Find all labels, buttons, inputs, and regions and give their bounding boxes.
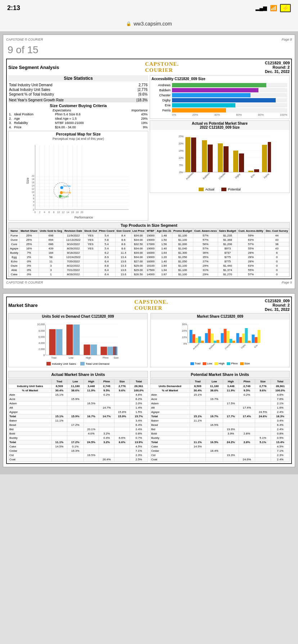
- svg-text:Baldwin: Baldwin: [209, 343, 216, 350]
- footer-left: CAPSTONE ® COURIER: [6, 281, 43, 284]
- url-bar[interactable]: 🔒 ww3.capsim.com: [0, 16, 298, 32]
- svg-text:Performance: Performance: [74, 216, 93, 219]
- units-chart-title: Units Sold vs Demand Chart C121820_009: [9, 313, 147, 319]
- col-survey: Dec. Cust Survey: [265, 229, 289, 234]
- table-row: % of Market30.4%38.6%11.9%9.5%9.6%100.0%: [150, 388, 290, 393]
- svg-rect-143: [248, 341, 251, 343]
- svg-rect-100: [67, 325, 73, 355]
- ms-segment-chart: Market Share C121820_009 30% 20% 10% 0%: [150, 313, 290, 367]
- lock-icon: 🔒: [126, 21, 131, 26]
- units-legend: Industry Unit Sales Total Unit Demand: [10, 362, 146, 365]
- perceptual-map-svg: Size Performance 0: [9, 141, 148, 220]
- svg-rect-125: [201, 341, 204, 343]
- ms-report-title: Market Share: [8, 303, 38, 308]
- url-display: 🔒 ww3.capsim.com: [126, 21, 172, 27]
- svg-text:8: 8: [33, 194, 35, 197]
- right-column: Accessibility C121820_009 Size Andrews: [150, 75, 290, 221]
- svg-text:0%: 0%: [183, 342, 187, 345]
- svg-text:20: 20: [81, 211, 83, 213]
- col-name: Name: [9, 229, 20, 234]
- svg-text:10,000: 10,000: [37, 323, 45, 326]
- bar-ferris: Ferris: [152, 108, 287, 112]
- svg-text:25%: 25%: [179, 135, 184, 138]
- charts-row: Units Sold vs Demand Chart C121820_009 1…: [8, 313, 290, 367]
- svg-text:Erie: Erie: [250, 173, 255, 178]
- svg-rect-135: [227, 331, 230, 343]
- table-row: Units Demanded8,50911,1803,4482,7492,776…: [150, 384, 290, 388]
- svg-rect-131: [217, 340, 220, 343]
- criteria-2: 2. Age Ideal Age = 1.5 29%: [8, 116, 148, 121]
- col-size: Size Coord: [116, 229, 132, 234]
- footer-right: Page 9: [281, 281, 292, 284]
- table-row: Cake14.5%0.1%4.5%: [9, 445, 148, 449]
- table-row: Aft14.7%1.4%: [9, 406, 148, 410]
- svg-rect-130: [214, 341, 217, 343]
- svg-rect-81: [262, 145, 267, 172]
- units-chart-svg: 10,000 8,000 6,000 4,000 2,000 0: [10, 321, 146, 360]
- svg-text:30%: 30%: [182, 323, 187, 326]
- bar-chester: Chester: [152, 93, 287, 97]
- svg-rect-97: [49, 329, 56, 355]
- svg-rect-76: [239, 153, 244, 172]
- svg-rect-67: [191, 138, 196, 172]
- criteria-1: 1. Ideal Position Pfmn 5.4 Size 8.6 43%: [8, 112, 148, 116]
- table-row: Baker11.1%3.4%: [150, 419, 290, 423]
- svg-rect-129: [211, 334, 214, 343]
- report-title: Size Segment Analysis: [8, 65, 59, 70]
- svg-rect-146: [255, 337, 258, 343]
- bar-baldwin: Baldwin: [152, 88, 287, 92]
- svg-text:6: 6: [33, 197, 35, 200]
- svg-rect-133: [221, 333, 224, 343]
- svg-text:Ferris: Ferris: [263, 172, 270, 179]
- svg-rect-140: [239, 337, 242, 343]
- col-stock: Stock Out: [83, 229, 98, 234]
- potential-ms-title: Potential Market Share in Units: [150, 371, 290, 378]
- legend-demand: Total Unit Demand: [80, 362, 109, 365]
- svg-text:12: 12: [32, 188, 35, 190]
- bar-chart: Andrews Baldwin: [152, 82, 288, 117]
- vs-chart-title: Actual vs Potential Market Share2022 C12…: [150, 121, 289, 130]
- svg-text:10%: 10%: [182, 336, 187, 339]
- svg-rect-72: [218, 143, 223, 172]
- svg-text:15%: 15%: [179, 150, 184, 152]
- col-promo: Promo Budget: [172, 229, 193, 234]
- table-row: Cedar19.3%7.1%: [9, 449, 148, 453]
- col-mkt-share: Market Share: [19, 229, 39, 234]
- svg-text:5%: 5%: [179, 164, 183, 166]
- svg-text:2: 2: [39, 211, 41, 213]
- svg-text:Erie: Erie: [254, 344, 258, 348]
- table-row: Fume25%69811/9/2022YES5.48.4$34.00190001…: [9, 234, 289, 238]
- bar-andrews: Andrews: [152, 83, 287, 87]
- perceptual-map-section: Perceptual Map for Size Perceptual map (…: [8, 131, 148, 221]
- ms-chart-title: Market Share C121820_009: [151, 313, 289, 319]
- table-row: Coat24.6%2.4%: [150, 457, 290, 462]
- page-indicator: 9 of 15: [8, 44, 292, 56]
- vs-legend: Actual Potential: [150, 188, 289, 193]
- svg-text:0%: 0%: [179, 171, 183, 174]
- products-table: Name Market Share Units Sold to Seg Revi…: [9, 228, 289, 277]
- table-row: Able15.1%0.2%4.6%: [9, 393, 148, 397]
- svg-rect-75: [233, 151, 238, 172]
- signal-icon: ▂▄▆: [256, 5, 267, 11]
- col-age: Age Dec.31: [156, 229, 172, 234]
- table-row: Bead17.2%6.4%: [9, 423, 148, 427]
- legend-actual-color: [199, 188, 204, 191]
- table-row: Able15.1%0.2%4.6%: [150, 393, 290, 397]
- col-price: List Price: [131, 229, 145, 234]
- units-sold-chart: Units Sold vs Demand Chart C121820_009 1…: [8, 313, 148, 367]
- svg-text:Siena: Siena: [63, 184, 71, 188]
- actual-ms-section: Actual Market Share in Units Trad Low Hi…: [8, 369, 148, 462]
- criteria-header: Expectations Importance: [8, 109, 148, 112]
- bar-erie: Erie: [152, 103, 287, 107]
- table-row: Bid20.1%2.4%: [9, 427, 148, 432]
- col-access: Cust. Access-ibility: [237, 229, 265, 234]
- table-row: Industry Unit Sales8,50911,1803,4482,749…: [9, 384, 148, 388]
- svg-text:Buddy: Buddy: [63, 191, 71, 194]
- svg-rect-110: [114, 346, 118, 355]
- table-row: Total15.1%19.7%17.7%17.4%24.6%18.3%: [150, 414, 290, 419]
- svg-text:Andrews: Andrews: [185, 171, 194, 180]
- svg-text:14: 14: [32, 184, 35, 187]
- svg-text:8: 8: [53, 211, 55, 213]
- table-row: Cid19.5%2.3%: [9, 453, 148, 457]
- svg-text:Bead: Bead: [62, 195, 69, 198]
